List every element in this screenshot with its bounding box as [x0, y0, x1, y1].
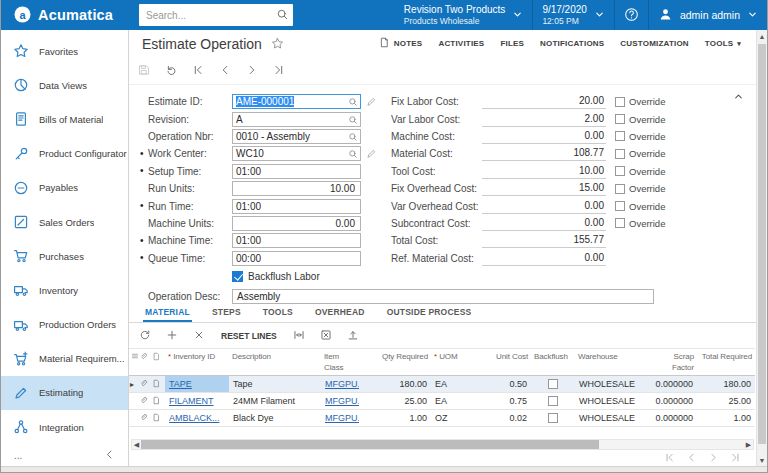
cell-uom[interactable]: EA [431, 376, 474, 393]
field-revision[interactable]: A [232, 112, 361, 127]
first-button[interactable] [184, 60, 211, 82]
field-run-time[interactable]: 01:00 [232, 199, 361, 214]
field-tool-cost[interactable]: 10.00 [482, 164, 606, 179]
page-first-button[interactable] [658, 451, 680, 465]
business-date[interactable]: 9/17/2020 12:05 PM [533, 0, 614, 30]
page-prev-button[interactable] [680, 451, 702, 465]
sidebar-item-bills-of-material[interactable]: Bills of Material [1, 102, 128, 136]
cell-backflush[interactable] [531, 393, 575, 410]
reset-lines-button[interactable]: RESET LINES [221, 331, 277, 341]
field-machine-cost[interactable]: 0.00 [482, 129, 606, 144]
grid-row-amblack[interactable]: AMBLACK...Black DyeMFGPU...1.00OZ0.02WHO… [129, 410, 755, 427]
field-fix-overhead-cost[interactable]: 15.00 [482, 181, 606, 196]
row-selector[interactable] [129, 393, 138, 410]
cell-scrap_factor[interactable]: 0.000000 [649, 376, 697, 393]
lookup-icon[interactable] [348, 132, 358, 144]
scroll-right-icon[interactable]: ▶ [744, 440, 753, 449]
attachment-cell[interactable] [138, 410, 151, 427]
cell-inventory_id[interactable]: TAPE [165, 376, 229, 393]
column-header-unit-cost[interactable]: Unit Cost [474, 349, 531, 376]
field-setup-time[interactable]: 01:00 [232, 164, 361, 179]
override-checkbox[interactable] [615, 149, 625, 159]
cell-unit_cost[interactable]: 0.50 [474, 376, 531, 393]
override-checkbox[interactable] [615, 184, 625, 194]
sidebar-item-favorites[interactable]: Favorites [1, 34, 128, 68]
sidebar-collapse-icon[interactable] [104, 449, 115, 462]
link-files[interactable]: FILES [500, 39, 524, 48]
lookup-icon[interactable] [348, 149, 358, 161]
cell-qty_required[interactable]: 180.00 [359, 376, 431, 393]
column-header-backflush[interactable]: Backflush [531, 349, 575, 376]
tab-steps[interactable]: STEPS [210, 307, 243, 322]
grid-row-filament[interactable]: FILAMENT24MM FilamentMFGPU...25.00EA0.75… [129, 393, 755, 410]
cell-uom[interactable]: EA [431, 393, 474, 410]
upload-button[interactable] [340, 326, 367, 346]
cell-qty_required[interactable]: 1.00 [359, 410, 431, 427]
vertical-scrollbar[interactable]: ▲ ▼ [756, 30, 767, 466]
cell-backflush[interactable] [531, 410, 575, 427]
tab-outside-process[interactable]: OUTSIDE PROCESS [385, 307, 474, 322]
cell-backflush[interactable] [531, 376, 575, 393]
cell-uom[interactable]: OZ [431, 410, 474, 427]
column-header-uom[interactable]: * UOM [431, 349, 474, 376]
edit-pencil-icon[interactable] [366, 148, 377, 159]
cell-total_required[interactable]: 25.00 [697, 393, 755, 410]
cell-warehouse[interactable]: WHOLESALE [575, 376, 649, 393]
link-customization[interactable]: CUSTOMIZATION [620, 39, 689, 48]
edit-pencil-icon[interactable] [366, 96, 377, 107]
sidebar-item-estimating[interactable]: Estimating [1, 376, 128, 410]
tab-tools[interactable]: TOOLS [261, 307, 295, 322]
attachment-cell[interactable] [138, 376, 151, 393]
plus-button[interactable] [158, 326, 185, 346]
favorite-star-icon[interactable] [271, 37, 284, 52]
column-header-warehouse[interactable]: Warehouse [575, 349, 649, 376]
user-menu[interactable]: admin admin [649, 0, 767, 30]
scroll-up-icon[interactable]: ▲ [757, 30, 767, 42]
cell-item_class[interactable]: MFGPU... [321, 393, 359, 410]
cell-warehouse[interactable]: WHOLESALE [575, 410, 649, 427]
horizontal-scroll-thumb[interactable] [141, 440, 599, 449]
undo-button[interactable] [157, 60, 184, 82]
sidebar-item-inventory[interactable]: Inventory [1, 273, 128, 307]
lookup-icon[interactable] [348, 97, 358, 109]
override-checkbox[interactable] [615, 131, 625, 141]
sidebar-item-purchases[interactable]: Purchases [1, 239, 128, 273]
search-icon[interactable] [276, 8, 289, 23]
cell-inventory_id[interactable]: AMBLACK... [165, 410, 229, 427]
backflush-checkbox[interactable] [548, 379, 558, 389]
field-fix-labor-cost[interactable]: 20.00 [482, 94, 606, 109]
sidebar-item-production-orders[interactable]: Production Orders [1, 308, 128, 342]
excel-button[interactable] [313, 326, 340, 346]
vertical-scroll-thumb[interactable] [758, 44, 766, 444]
field-material-cost[interactable]: 108.77 [482, 146, 606, 161]
sidebar-item-material-requirem[interactable]: Material Requirem... [1, 342, 128, 376]
scroll-down-icon[interactable]: ▼ [757, 454, 767, 466]
notes-cell[interactable] [151, 393, 165, 410]
field-machine-time[interactable]: 01:00 [232, 233, 361, 248]
field-work-center[interactable]: WC10 [232, 146, 361, 161]
help-button[interactable] [615, 0, 648, 30]
cell-inventory_id[interactable]: FILAMENT [165, 393, 229, 410]
collapse-panel-icon[interactable] [733, 91, 744, 104]
save-button[interactable] [130, 60, 157, 82]
override-checkbox[interactable] [615, 166, 625, 176]
field-queue-time[interactable]: 00:00 [232, 251, 361, 266]
tab-overhead[interactable]: OVERHEAD [313, 307, 367, 322]
item_class-link[interactable]: MFGPU... [325, 413, 359, 423]
cell-scrap_factor[interactable]: 0.000000 [649, 393, 697, 410]
horizontal-scrollbar[interactable]: ◀ ▶ [131, 439, 754, 450]
page-next-button[interactable] [702, 451, 724, 465]
notes-cell[interactable] [151, 376, 165, 393]
page-last-button[interactable] [724, 451, 746, 465]
cell-description[interactable]: Black Dye [229, 410, 321, 427]
cell-description[interactable]: Tape [229, 376, 321, 393]
cell-total_required[interactable]: 1.00 [697, 410, 755, 427]
inventory_id-link[interactable]: FILAMENT [169, 396, 214, 406]
company-selector[interactable]: Revision Two Products Products Wholesale [395, 0, 533, 30]
override-checkbox[interactable] [615, 97, 625, 107]
field-var-overhead-cost[interactable]: 0.00 [482, 199, 606, 214]
search-input[interactable] [139, 4, 293, 26]
column-header-total-required[interactable]: Total Required [697, 349, 755, 376]
item_class-link[interactable]: MFGPU... [325, 379, 359, 389]
cell-scrap_factor[interactable]: 0.000000 [649, 410, 697, 427]
